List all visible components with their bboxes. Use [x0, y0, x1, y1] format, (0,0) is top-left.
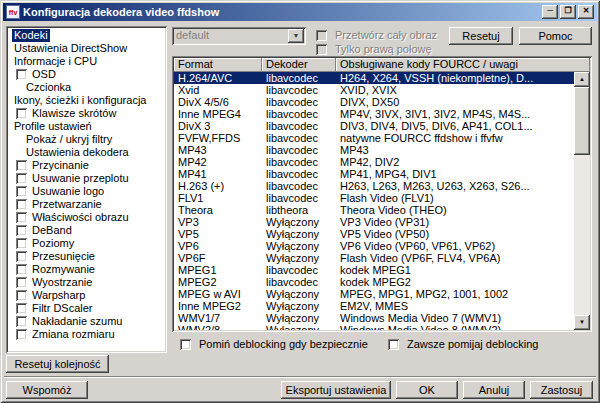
- table-cell: H263, L263, M263, U263, X263, S26...: [336, 180, 574, 192]
- column-header[interactable]: Format: [174, 58, 262, 72]
- table-row[interactable]: MPEG w AVIWyłączonyMPEG, MPG1, MPG2, 100…: [174, 288, 574, 300]
- sidebar-item[interactable]: Ikony, ścieżki i konfiguracja: [6, 94, 167, 107]
- sidebar-tree: KodekiUstawienia DirectShowInformacje i …: [6, 26, 167, 353]
- sidebar-item[interactable]: Kodeki: [6, 29, 167, 42]
- sidebar-item[interactable]: Informacje i CPU: [6, 55, 167, 68]
- table-row[interactable]: H.263 (+)libavcodecH263, L263, M263, U26…: [174, 180, 574, 192]
- table-cell: WMV2/8: [174, 324, 262, 330]
- table-row[interactable]: H.264/AVClibavcodecH264, X264, VSSH (nie…: [174, 72, 574, 84]
- checkbox-icon[interactable]: [16, 277, 27, 288]
- sidebar-item[interactable]: Pokaż / ukryj filtry: [6, 133, 167, 146]
- table-row[interactable]: WMV2/8WyłączonyWindows Media Video 8 (WM…: [174, 324, 574, 330]
- sidebar-item[interactable]: Przetwarzanie: [6, 198, 167, 211]
- scroll-down-icon[interactable]: ▼: [574, 315, 590, 330]
- table-row[interactable]: MPEG2libavcodeckodek MPEG2: [174, 276, 574, 288]
- table-row[interactable]: MP41libavcodecMP41, MPG4, DIV1: [174, 168, 574, 180]
- table-row[interactable]: VP3WyłączonyVP3 Video (VP31): [174, 216, 574, 228]
- checkbox-icon[interactable]: [16, 160, 27, 171]
- checkbox-icon[interactable]: [16, 108, 27, 119]
- sidebar-item[interactable]: Warpsharp: [6, 289, 167, 302]
- minimize-icon[interactable]: ─: [542, 5, 558, 19]
- sidebar-item[interactable]: Przycinanie: [6, 159, 167, 172]
- table-row[interactable]: MP43libavcodecMP43: [174, 144, 574, 156]
- titlebar[interactable]: ffv Konfiguracja dekodera video ffdshow …: [3, 3, 597, 21]
- sidebar-item[interactable]: DeBand: [6, 224, 167, 237]
- table-row[interactable]: VP5WyłączonyVP5 Video (VP50): [174, 228, 574, 240]
- sidebar-item[interactable]: Usuwanie logo: [6, 185, 167, 198]
- sidebar-item-label: Przesunięcie: [30, 250, 97, 263]
- ok-button[interactable]: OK: [396, 381, 458, 399]
- sidebar-item[interactable]: Profile ustawień: [6, 120, 167, 133]
- vertical-scrollbar[interactable]: ▲ ▼: [574, 72, 590, 330]
- sidebar-item[interactable]: Zmiana rozmiaru: [6, 328, 167, 341]
- table-row[interactable]: TheoralibtheoraTheora Video (THEO): [174, 204, 574, 216]
- column-header[interactable]: Dekoder: [262, 58, 336, 72]
- checkbox-icon[interactable]: [16, 316, 27, 327]
- table-row[interactable]: VP6WyłączonyVP6 Video (VP60, VP61, VP62): [174, 240, 574, 252]
- checkbox-icon[interactable]: [16, 69, 27, 80]
- chevron-down-icon[interactable]: ▼: [288, 29, 304, 43]
- process-whole-image-option[interactable]: Przetwórz cały obraz: [316, 29, 437, 41]
- cancel-button[interactable]: Anuluj: [463, 381, 525, 399]
- table-cell: FLV1: [174, 192, 262, 204]
- checkbox-icon[interactable]: [16, 238, 27, 249]
- checkbox-icon[interactable]: [16, 173, 27, 184]
- sidebar-item[interactable]: Nakładanie szumu: [6, 315, 167, 328]
- checkbox-icon[interactable]: [16, 212, 27, 223]
- table-body: H.264/AVClibavcodecH264, X264, VSSH (nie…: [174, 72, 574, 330]
- sidebar-item[interactable]: Klawisze skrótów: [6, 107, 167, 120]
- always-skip-deblocking-option[interactable]: Zawsze pomijaj deblocking: [388, 338, 538, 350]
- reset-button[interactable]: Resetuj: [449, 27, 513, 45]
- export-settings-button[interactable]: Eksportuj ustawienia: [281, 381, 391, 399]
- table-row[interactable]: FLV1libavcodecFlash Video (FLV1): [174, 192, 574, 204]
- maximize-icon[interactable]: ❐: [560, 5, 576, 19]
- sidebar-item[interactable]: Rozmywanie: [6, 263, 167, 276]
- sidebar-item[interactable]: Przesunięcie: [6, 250, 167, 263]
- reset-order-button[interactable]: Resetuj kolejność: [6, 355, 109, 373]
- sidebar-item[interactable]: Czcionka: [6, 81, 167, 94]
- table-row[interactable]: VP6FWyłączonyFlash Video (VP6F, FLV4, VP…: [174, 252, 574, 264]
- skip-deblocking-option[interactable]: Pomiń deblocking gdy bezpiecznie: [180, 338, 368, 350]
- table-row[interactable]: WMV1/7WyłączonyWindows Media Video 7 (WM…: [174, 312, 574, 324]
- checkbox-icon[interactable]: [316, 44, 327, 55]
- table-cell: MPEG, MPG1, MPG2, 1001, 1002: [336, 288, 574, 300]
- table-row[interactable]: DivX 3libavcodecDIV3, DIV4, DIV5, DIV6, …: [174, 120, 574, 132]
- table-cell: Wyłączony: [262, 288, 336, 300]
- scrollbar-thumb[interactable]: [574, 87, 590, 155]
- help-button[interactable]: Pomoc: [519, 27, 592, 45]
- checkbox-icon[interactable]: [388, 339, 399, 350]
- table-row[interactable]: MP42libavcodecMP42, DIV2: [174, 156, 574, 168]
- table-row[interactable]: XvidlibavcodecXVID, XVIX: [174, 84, 574, 96]
- column-header[interactable]: Obsługiwane kody FOURCC / uwagi: [336, 58, 590, 72]
- sidebar-item[interactable]: Ustawienia dekodera: [6, 146, 167, 159]
- right-half-only-option[interactable]: Tylko prawą połowę: [316, 43, 432, 55]
- checkbox-icon[interactable]: [16, 186, 27, 197]
- table-row[interactable]: MPEG1libavcodeckodek MPEG1: [174, 264, 574, 276]
- sidebar-item[interactable]: Filtr DScaler: [6, 302, 167, 315]
- sidebar-item[interactable]: Właściwości obrazu: [6, 211, 167, 224]
- checkbox-icon[interactable]: [16, 199, 27, 210]
- sidebar-item[interactable]: OSD: [6, 68, 167, 81]
- checkbox-icon[interactable]: [16, 329, 27, 340]
- sidebar-item[interactable]: Wyostrzanie: [6, 276, 167, 289]
- preset-dropdown[interactable]: default ▼: [172, 27, 306, 45]
- table-row[interactable]: FVFW,FFDSlibavcodecnatywne FOURCC ffdsho…: [174, 132, 574, 144]
- donate-button[interactable]: Wspomóż: [6, 381, 88, 399]
- checkbox-icon[interactable]: [16, 264, 27, 275]
- sidebar-item[interactable]: Ustawienia DirectShow: [6, 42, 167, 55]
- apply-button[interactable]: Zastosuj: [530, 381, 593, 399]
- checkbox-icon[interactable]: [316, 30, 327, 41]
- sidebar-item[interactable]: Usuwanie przeplotu: [6, 172, 167, 185]
- checkbox-icon[interactable]: [16, 303, 27, 314]
- sidebar-item-label: Informacje i CPU: [12, 55, 99, 68]
- scroll-up-icon[interactable]: ▲: [574, 72, 590, 87]
- close-icon[interactable]: ✕: [578, 5, 594, 19]
- table-row[interactable]: Inne MPEG4libavcodecMP4V, 3IVX, 3IV1, 3I…: [174, 108, 574, 120]
- checkbox-icon[interactable]: [180, 339, 191, 350]
- sidebar-item[interactable]: Poziomy: [6, 237, 167, 250]
- checkbox-icon[interactable]: [16, 225, 27, 236]
- checkbox-icon[interactable]: [16, 251, 27, 262]
- table-row[interactable]: Inne MPEG2WyłączonyEM2V, MMES: [174, 300, 574, 312]
- checkbox-icon[interactable]: [16, 290, 27, 301]
- table-row[interactable]: DivX 4/5/6libavcodecDIVX, DX50: [174, 96, 574, 108]
